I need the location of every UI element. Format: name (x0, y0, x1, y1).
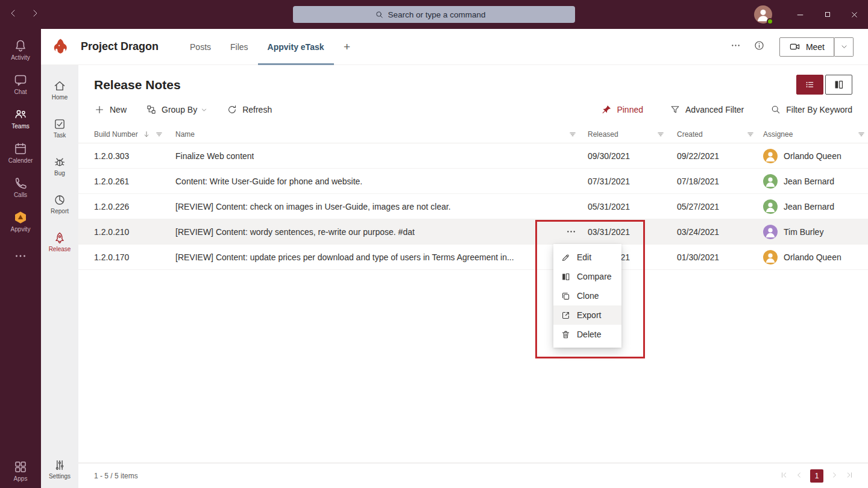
teams-titlebar (0, 0, 868, 29)
sidebar-item-calls[interactable]: Calls (0, 170, 41, 204)
group-by-label: Group By (162, 105, 197, 114)
context-menu-item-delete[interactable]: Delete (553, 325, 621, 344)
sidebar-item-apps[interactable]: Apps (0, 454, 41, 488)
back-button[interactable] (8, 8, 18, 20)
maximize-button[interactable] (814, 0, 841, 29)
channel-tab-appvity-etask[interactable]: Appvity eTask (258, 29, 334, 65)
channel-tab-files[interactable]: Files (221, 29, 258, 65)
search-icon (375, 10, 384, 19)
etask-tab-report[interactable]: Report (41, 185, 78, 223)
channel-more-button[interactable] (730, 40, 741, 54)
chevron-right-icon (30, 8, 40, 18)
filter-icon (568, 130, 577, 139)
pinned-filter-button[interactable]: Pinned (601, 104, 643, 115)
sidebar-item-chat[interactable]: Chat (0, 67, 41, 101)
context-menu-item-clone[interactable]: Clone (553, 286, 621, 305)
context-menu-item-export[interactable]: Export (553, 305, 621, 325)
created-cell: 05/27/2021 (677, 202, 763, 211)
list-view-button[interactable] (796, 75, 823, 95)
row-more-button[interactable] (563, 226, 579, 237)
table-row[interactable]: 1.2.0.303Finalize Web content09/30/20210… (78, 143, 868, 169)
filter-by-keyword-button[interactable]: Filter By Keyword (770, 104, 852, 115)
sidebar-item-calls-label: Calls (14, 192, 27, 198)
channel-info-button[interactable] (753, 40, 765, 54)
next-page-button[interactable] (831, 471, 838, 481)
etask-tab-report-label: Report (51, 208, 69, 214)
previous-page-button[interactable] (795, 471, 803, 481)
board-view-icon (833, 79, 844, 90)
sidebar-item-calendar[interactable]: Calender (0, 136, 41, 170)
assignee-cell: Jean Bernard (763, 199, 868, 214)
bug-icon (53, 155, 66, 169)
created-cell: 07/18/2021 (677, 177, 763, 186)
sidebar-item-chat-label: Chat (14, 89, 27, 95)
etask-tab-settings-label: Settings (49, 474, 71, 480)
column-header-name[interactable]: Name (175, 125, 588, 143)
etask-tab-home-label: Home (52, 95, 68, 101)
table-row[interactable]: 1.2.0.226[REVIEW] Content: check on imag… (78, 194, 868, 219)
first-page-button[interactable] (780, 471, 788, 481)
released-cell: 05/31/2021 (588, 202, 677, 211)
context-menu-item-compare[interactable]: Compare (553, 267, 621, 286)
edit-icon (561, 252, 571, 263)
column-header-build-number[interactable]: Build Number (94, 125, 175, 143)
close-button[interactable] (841, 0, 868, 29)
meet-dropdown-button[interactable] (834, 37, 854, 57)
board-view-button[interactable] (825, 75, 852, 95)
team-logo-dragon (52, 39, 69, 55)
toolbar-right: Pinned Advanced Filter Filter By Keyword (601, 104, 852, 115)
etask-tab-task[interactable]: Task (41, 109, 78, 147)
sidebar-item-teams[interactable]: Teams (0, 101, 41, 136)
sidebar-item-appvity[interactable]: Appvity (0, 204, 41, 239)
build-number-cell: 1.2.0.210 (94, 227, 175, 237)
bell-icon (13, 39, 28, 53)
first-page-icon (780, 471, 788, 479)
column-header-created[interactable]: Created (677, 125, 763, 143)
etask-tab-bug-label: Bug (54, 170, 65, 177)
table-row[interactable]: 1.2.0.210[REVIEW] Content: wordy sentenc… (78, 219, 868, 245)
released-cell: 03/31/2021 (588, 227, 677, 237)
name-cell: Finalize Web content (175, 151, 588, 161)
column-header-assignee[interactable]: Assignee (763, 125, 868, 143)
command-search-box[interactable] (293, 6, 575, 23)
more-horizontal-icon (730, 40, 741, 51)
sidebar-item-more[interactable] (0, 239, 41, 273)
etask-tab-home[interactable]: Home (41, 71, 78, 109)
sidebar-item-appvity-label: Appvity (11, 227, 31, 233)
last-page-button[interactable] (846, 471, 854, 481)
sidebar-item-calendar-label: Calender (8, 158, 33, 164)
channel-tab-posts[interactable]: Posts (180, 29, 221, 65)
add-tab-button[interactable]: + (340, 40, 354, 54)
more-horizontal-icon (565, 226, 577, 237)
search-input[interactable] (388, 10, 494, 19)
etask-tab-settings[interactable]: Settings (41, 450, 78, 488)
sidebar-item-activity[interactable]: Activity (0, 33, 41, 67)
phone-icon (13, 176, 28, 190)
table-row[interactable]: 1.2.0.170[REVIEW] Content: update prices… (78, 245, 868, 270)
etask-tab-bug[interactable]: Bug (41, 147, 78, 185)
meet-button[interactable]: Meet (779, 37, 834, 57)
meet-group: Meet (779, 37, 854, 57)
table-footer: 1 - 5 / 5 items 1 (78, 463, 868, 488)
report-icon (53, 193, 66, 207)
etask-tab-release[interactable]: Release (41, 223, 78, 261)
column-header-released[interactable]: Released (588, 125, 677, 143)
compare-icon (561, 272, 571, 282)
header-actions: Meet (730, 37, 854, 57)
channel-header: Project Dragon PostsFilesAppvity eTask +… (41, 29, 868, 65)
context-menu-item-edit[interactable]: Edit (553, 248, 621, 267)
minimize-button[interactable] (787, 0, 814, 29)
new-button[interactable]: New (94, 104, 127, 115)
release-table: Build NumberNameReleasedCreatedAssignee … (78, 125, 868, 270)
table-row[interactable]: 1.2.0.261Content: Write User-Guide for p… (78, 169, 868, 194)
advanced-filter-button[interactable]: Advanced Filter (670, 104, 744, 115)
forward-button[interactable] (30, 8, 40, 20)
group-by-button[interactable]: Group By (146, 104, 207, 115)
list-view-icon (804, 79, 816, 90)
user-avatar[interactable] (754, 5, 772, 23)
refresh-button[interactable]: Refresh (227, 104, 272, 115)
new-label: New (110, 105, 127, 114)
assignee-cell: Orlando Queen (763, 250, 868, 264)
sidebar-item-activity-label: Activity (11, 55, 30, 61)
name-cell: [REVIEW] Content: update prices per down… (175, 252, 588, 262)
